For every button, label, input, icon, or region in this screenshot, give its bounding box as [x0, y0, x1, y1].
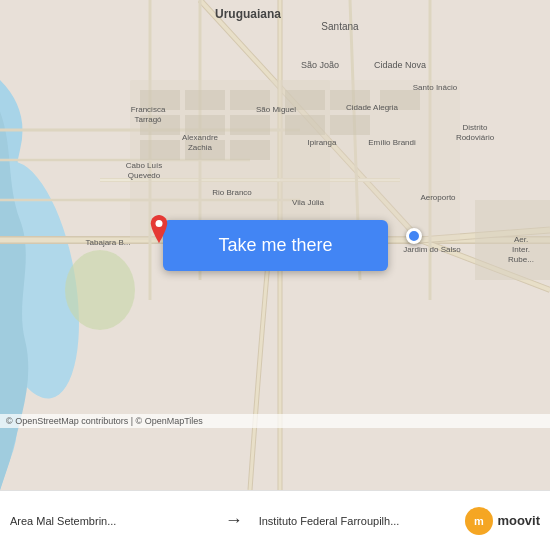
take-me-there-button[interactable]: Take me there — [163, 220, 388, 271]
svg-rect-11 — [185, 115, 225, 135]
svg-text:Rio Branco: Rio Branco — [212, 188, 252, 197]
svg-text:Inter.: Inter. — [512, 245, 530, 254]
svg-rect-17 — [230, 140, 270, 160]
svg-text:Distrito: Distrito — [463, 123, 488, 132]
svg-text:Santana: Santana — [321, 21, 359, 32]
svg-text:Rodoviário: Rodoviário — [456, 133, 495, 142]
svg-text:Quevedo: Quevedo — [128, 171, 161, 180]
moovit-logo: m moovit — [465, 507, 540, 535]
svg-point-18 — [65, 250, 135, 330]
svg-rect-15 — [140, 140, 180, 160]
moovit-logo-circle: m — [465, 507, 493, 535]
svg-text:Uruguaiana: Uruguaiana — [215, 7, 281, 21]
from-location-label: Area Mal Setembrin... — [10, 515, 217, 527]
svg-rect-5 — [185, 90, 225, 110]
destination-marker — [406, 228, 422, 244]
svg-text:Zachia: Zachia — [188, 143, 213, 152]
svg-rect-14 — [330, 115, 370, 135]
map-attribution: © OpenStreetMap contributors | © OpenMap… — [0, 414, 550, 428]
svg-text:Cidade Nova: Cidade Nova — [374, 60, 426, 70]
svg-point-45 — [156, 220, 163, 227]
svg-text:Santo Inácio: Santo Inácio — [413, 83, 458, 92]
svg-text:Alexandre: Alexandre — [182, 133, 219, 142]
origin-marker — [148, 215, 170, 243]
svg-text:Francisca: Francisca — [131, 105, 166, 114]
svg-text:Aeroporto: Aeroporto — [420, 193, 456, 202]
to-location-label: Instituto Federal Farroupilh... — [251, 515, 458, 527]
svg-text:Tabajara B...: Tabajara B... — [86, 238, 131, 247]
svg-text:São João: São João — [301, 60, 339, 70]
svg-text:Cidade Alegria: Cidade Alegria — [346, 103, 399, 112]
svg-text:São Miguel: São Miguel — [256, 105, 296, 114]
svg-rect-12 — [230, 115, 270, 135]
svg-text:Rube...: Rube... — [508, 255, 534, 264]
bottom-bar: Area Mal Setembrin... → Instituto Federa… — [0, 490, 550, 550]
map-container: Uruguaiana Santana São João Cidade Nova … — [0, 0, 550, 490]
svg-text:Vila Júlia: Vila Júlia — [292, 198, 324, 207]
svg-rect-19 — [475, 200, 550, 280]
svg-text:Cabo Luís: Cabo Luís — [126, 161, 162, 170]
svg-rect-13 — [285, 115, 325, 135]
svg-text:Ipiranga: Ipiranga — [308, 138, 337, 147]
svg-text:Jardim do Salso: Jardim do Salso — [403, 245, 461, 254]
svg-text:Tarragó: Tarragó — [134, 115, 162, 124]
arrow-icon: → — [217, 510, 251, 531]
svg-text:Emílio Brandi: Emílio Brandi — [368, 138, 416, 147]
moovit-text-label: moovit — [497, 513, 540, 528]
svg-text:m: m — [474, 515, 484, 527]
svg-text:Aer.: Aer. — [514, 235, 528, 244]
